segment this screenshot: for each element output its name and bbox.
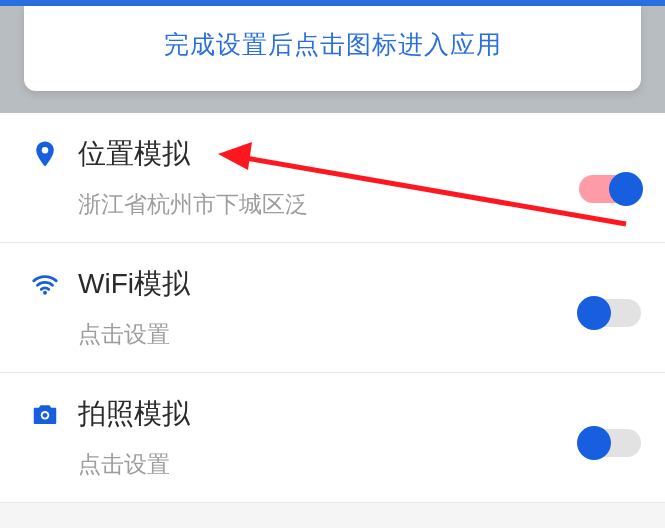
toggle-wifi[interactable] bbox=[579, 299, 641, 327]
banner-text: 完成设置后点击图标进入应用 bbox=[164, 30, 502, 58]
camera-icon bbox=[30, 399, 70, 429]
banner-wrap: 完成设置后点击图标进入应用 bbox=[0, 6, 665, 113]
item-title: 拍照模拟 bbox=[78, 395, 190, 433]
item-subtitle: 点击设置 bbox=[78, 449, 635, 480]
item-subtitle: 点击设置 bbox=[78, 319, 635, 350]
item-title: 位置模拟 bbox=[78, 135, 190, 173]
svg-point-3 bbox=[43, 413, 48, 418]
row-main: 拍照模拟 bbox=[30, 395, 635, 433]
row-main: 位置模拟 bbox=[30, 135, 635, 173]
svg-point-0 bbox=[42, 147, 49, 154]
list-item-wifi[interactable]: WiFi模拟 点击设置 bbox=[0, 243, 665, 373]
banner-card[interactable]: 完成设置后点击图标进入应用 bbox=[24, 6, 641, 91]
item-subtitle: 浙江省杭州市下城区泛 bbox=[78, 189, 635, 220]
settings-list: 位置模拟 浙江省杭州市下城区泛 WiFi模拟 点击设置 bbox=[0, 113, 665, 503]
svg-point-1 bbox=[43, 291, 47, 295]
list-item-location[interactable]: 位置模拟 浙江省杭州市下城区泛 bbox=[0, 113, 665, 243]
wifi-icon bbox=[30, 269, 70, 299]
toggle-location[interactable] bbox=[579, 175, 641, 203]
toggle-knob bbox=[577, 296, 611, 330]
toggle-knob bbox=[609, 172, 643, 206]
location-pin-icon bbox=[30, 139, 70, 169]
row-main: WiFi模拟 bbox=[30, 265, 635, 303]
toggle-camera[interactable] bbox=[579, 429, 641, 457]
toggle-knob bbox=[577, 426, 611, 460]
item-title: WiFi模拟 bbox=[78, 265, 190, 303]
list-item-camera[interactable]: 拍照模拟 点击设置 bbox=[0, 373, 665, 503]
